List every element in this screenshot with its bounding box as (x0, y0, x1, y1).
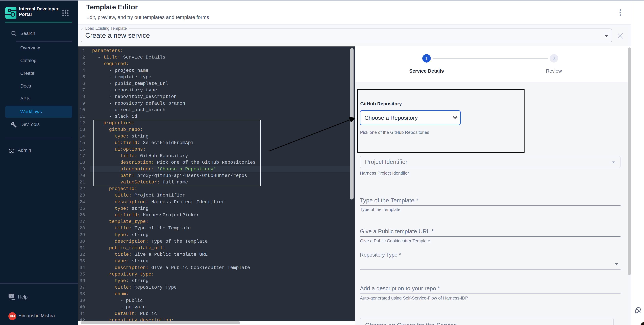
svg-text:?: ? (10, 294, 12, 298)
